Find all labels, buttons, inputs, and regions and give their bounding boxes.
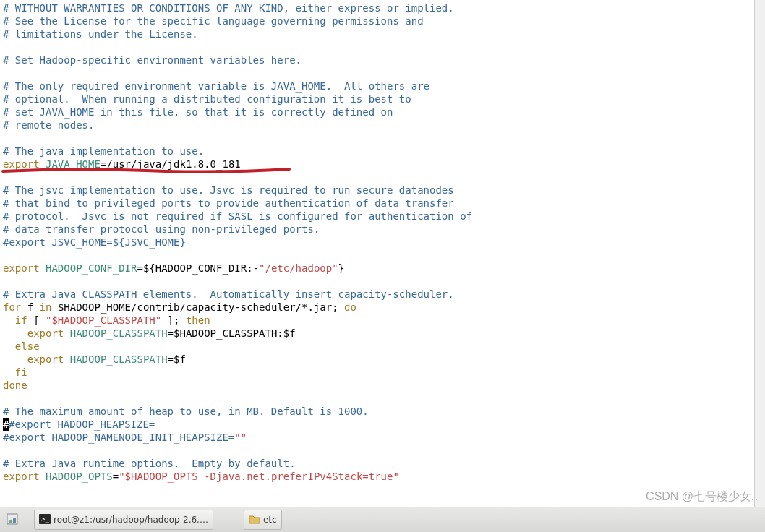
- code-line: # The java implementation to use.: [3, 145, 204, 157]
- code-line: # The jsvc implementation to use. Jsvc i…: [3, 184, 454, 196]
- code-line: # data transfer protocol using non-privi…: [3, 223, 320, 235]
- code-line: # remote nodes.: [3, 119, 94, 131]
- keyword-in: in: [40, 301, 52, 313]
- keyword-export: export: [3, 471, 40, 482]
- keyword-export: export: [27, 327, 64, 339]
- show-desktop-icon: [7, 513, 18, 527]
- show-desktop-button[interactable]: [1, 510, 26, 530]
- keyword-export: export: [3, 262, 40, 274]
- text-cursor: #: [3, 418, 9, 431]
- code-line: #export HADOOP_NAMENODE_INIT_HEAPSIZE=: [3, 432, 234, 443]
- keyword-else: else: [15, 340, 40, 352]
- text-editor-viewport[interactable]: # WITHOUT WARRANTIES OR CONDITIONS OF AN…: [0, 0, 765, 507]
- code-line: # The maximum amount of heap to use, in …: [3, 406, 369, 417]
- var-java-home: JAVA_HOME: [46, 158, 101, 170]
- code-line: #export JSVC_HOME=${JSVC_HOME}: [3, 236, 186, 248]
- taskbar-separator: [30, 511, 30, 528]
- var-hadoop-classpath: HADOOP_CLASSPATH: [70, 327, 168, 339]
- keyword-export: export: [27, 353, 64, 365]
- keyword-export: export: [3, 158, 40, 170]
- keyword-for: for: [3, 301, 21, 313]
- svg-text:>_: >_: [41, 515, 49, 523]
- code-line: # set JAVA_HOME in this file, so that it…: [3, 106, 393, 118]
- keyword-do: do: [344, 301, 356, 313]
- code-line: # protocol. Jsvc is not required if SASL…: [3, 210, 472, 222]
- var-hadoop-conf-dir: HADOOP_CONF_DIR: [46, 262, 137, 274]
- taskbar-terminal-title: root@z1:/usr/hadoop/hadoop-2.6.…: [54, 515, 208, 525]
- svg-rect-2: [13, 518, 16, 523]
- taskbar-terminal-window[interactable]: >_ root@z1:/usr/hadoop/hadoop-2.6.…: [34, 510, 213, 530]
- code-line: # The only required environment variable…: [3, 80, 429, 92]
- keyword-done: done: [3, 379, 27, 391]
- code-line: # Extra Java CLASSPATH elements. Automat…: [3, 288, 454, 300]
- keyword-then: then: [186, 314, 210, 326]
- keyword-fi: fi: [15, 366, 27, 378]
- terminal-icon: >_: [39, 514, 51, 526]
- code-line: # optional. When running a distributed c…: [3, 93, 411, 105]
- taskbar-filemanager-title: etc: [263, 515, 277, 525]
- code-line: # WITHOUT WARRANTIES OR CONDITIONS OF AN…: [3, 2, 454, 14]
- vertical-scrollbar[interactable]: [754, 0, 765, 507]
- code-line: # Extra Java runtime options. Empty by d…: [3, 458, 296, 469]
- keyword-if: if: [15, 314, 27, 326]
- code-line: # that bind to privileged ports to provi…: [3, 197, 454, 209]
- var-hadoop-classpath: HADOOP_CLASSPATH: [70, 353, 168, 365]
- code-line: # limitations under the License.: [3, 28, 198, 40]
- var-hadoop-opts: HADOOP_OPTS: [46, 471, 113, 482]
- code-line: # Set Hadoop-specific environment variab…: [3, 54, 302, 66]
- taskbar-filemanager-window[interactable]: etc: [244, 510, 282, 530]
- code-line: # See the License for the specific langu…: [3, 15, 424, 27]
- java-home-path: /usr/java/jdk1.8.0_181: [106, 158, 240, 170]
- svg-rect-1: [9, 520, 12, 523]
- taskbar: >_ root@z1:/usr/hadoop/hadoop-2.6.… etc: [0, 507, 765, 532]
- folder-icon: [249, 514, 260, 526]
- code-line: #export HADOOP_HEAPSIZE=: [9, 419, 155, 430]
